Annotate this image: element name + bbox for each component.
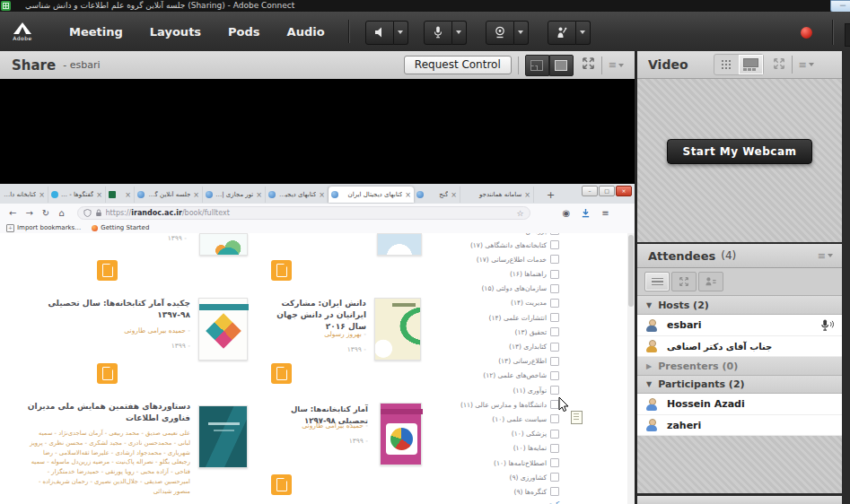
participants-section-header[interactable]: ▼ Participants (2) [637,376,842,394]
browser-maximize-button[interactable]: ▢ [599,186,615,196]
attendee-row[interactable]: جناب آقای دکتر اصنافی [637,336,842,357]
hosts-section-header[interactable]: ▼ Hosts (2) [637,296,842,315]
grid-view-button[interactable] [714,55,739,74]
reload-icon[interactable]: ↻ [42,208,49,218]
browser-tab-active[interactable]: کتابهای دیجیتال ایران × [329,187,414,203]
category-checkbox[interactable] [550,313,559,322]
book-cover[interactable] [198,298,248,361]
browser-close-button[interactable]: × [616,186,632,196]
book-author[interactable]: حمیده بیرامی طارونی [259,421,368,430]
pdf-download-icon[interactable] [97,260,118,281]
category-item[interactable]: کتابداری (۱۳) [446,343,559,352]
bookmark-star-icon[interactable]: ☆ [516,209,523,218]
status-dropdown[interactable] [576,21,591,45]
menu-pods[interactable]: Pods [228,25,260,39]
category-item[interactable]: اطلاع‌رسانی (۱۳) [446,357,559,366]
import-bookmarks-link[interactable]: Import bookmarks… [17,224,81,231]
category-item[interactable]: اصطلاح‌نامه‌ها (۱۰) [446,458,559,467]
category-checkbox[interactable] [550,357,559,366]
tab-close-icon[interactable]: × [96,191,102,199]
breakout-view-button[interactable] [671,272,697,291]
category-checkbox[interactable] [550,270,559,279]
pdf-download-icon[interactable] [271,260,292,281]
category-checkbox[interactable] [550,343,559,352]
category-checkbox[interactable] [550,284,559,293]
book-cover[interactable] [198,405,248,468]
menu-audio[interactable]: Audio [287,25,325,39]
tab-close-icon[interactable]: × [125,191,131,199]
forward-icon[interactable]: → [25,208,32,218]
back-icon[interactable]: ← [9,208,16,218]
category-item[interactable]: کتابخانه‌های دانشگاهی (۱۷) [446,240,559,249]
category-checkbox[interactable] [550,371,559,380]
browser-tab[interactable]: گنج × [414,187,460,203]
category-checkbox[interactable] [550,386,559,395]
tab-close-icon[interactable]: × [256,191,262,199]
book-author[interactable]: بهروز رسولی [259,330,366,339]
category-checkbox[interactable] [550,233,559,235]
share-view-toggle-windowed[interactable] [525,55,549,76]
attendee-row[interactable]: zaheri [637,415,842,436]
book-authors[interactable]: علی نعیمی صدیق - محمد ربیعی - آرمان ساجد… [27,429,190,504]
share-pod-menu-button[interactable]: ≡ [609,59,624,71]
category-item[interactable]: خدمات اطلاع‌رسانی (۱۷) [446,255,559,264]
category-item[interactable]: پژوهش [446,233,559,235]
share-fullscreen-button[interactable] [582,56,595,74]
category-item[interactable]: راهنماها (۱۶) [446,270,559,279]
filmstrip-view-button[interactable] [739,55,763,74]
attendees-pod-menu-button[interactable]: ≡ [818,250,833,262]
category-checkbox[interactable] [550,255,559,264]
start-my-webcam-button[interactable]: Start My Webcam [667,139,811,164]
speaker-dropdown[interactable] [394,21,408,45]
pdf-download-icon[interactable] [271,474,292,495]
video-fullscreen-button[interactable] [773,56,785,74]
pdf-download-icon[interactable] [97,363,118,384]
microphone-button[interactable] [424,21,452,45]
video-pod-menu-button[interactable]: ≡ [799,59,814,71]
os-minimize-button[interactable]: — [830,0,850,13]
book-title[interactable]: چکیده آمار کتابخانه‌ها: سال تحصیلی ۹۸-۱۳… [27,298,190,321]
category-item[interactable]: دانشگاه‌ها و مدارس عالی (۱۱) [446,400,559,409]
attendee-row[interactable]: esbari [637,315,842,336]
menu-meeting[interactable]: Meeting [69,25,123,39]
home-icon[interactable]: ⌂ [58,208,64,218]
pdf-download-icon[interactable] [271,363,292,384]
category-item[interactable]: نوآوری (۱۱) [446,386,559,395]
tab-close-icon[interactable]: × [193,191,199,199]
category-item[interactable]: تحقیق (۱۳) [446,327,559,336]
category-item[interactable]: شاخص‌های علمی (۱۲) [446,371,559,380]
request-control-button[interactable]: Request Control [404,56,512,74]
show-less-link[interactable]: کمتر [446,500,559,504]
browser-tab[interactable]: × [106,187,135,203]
attendee-status-view-button[interactable] [698,272,723,291]
getting-started-link[interactable]: Getting Started [101,224,149,231]
tab-close-icon[interactable]: × [39,191,45,199]
category-checkbox[interactable] [550,299,559,308]
browser-tab[interactable]: کتابخانه دانشگاه شهید بهشتی × [0,187,48,203]
book-title[interactable]: دانش ایران: مشارکت ایرانیان در دانش جهان… [259,298,366,333]
category-checkbox[interactable] [550,240,559,249]
category-checkbox[interactable] [550,473,559,482]
browser-tab[interactable]: کتابهای دیجیتال ایران × [266,187,329,203]
extension-icon[interactable]: ◉ [563,208,571,218]
category-item[interactable]: سیاست علمی (۱۰) [446,414,559,423]
attendee-row[interactable]: Hossein Azadi [637,394,842,415]
category-checkbox[interactable] [550,327,559,336]
download-icon[interactable] [581,208,591,218]
category-item[interactable]: نمایه‌ها (۱۰) [446,444,559,453]
browser-tab[interactable]: سامانه همانندجو × [460,187,534,203]
book-cover[interactable] [374,298,421,361]
book-cover[interactable] [377,233,422,256]
share-view-toggle-filled[interactable] [549,55,574,76]
url-bar[interactable]: https://irandoc.ac.ir/book/fulltext ☆ [77,206,530,220]
webcam-dropdown[interactable] [514,21,529,45]
tab-close-icon[interactable]: × [451,191,457,199]
scrollbar-thumb[interactable] [628,235,634,307]
book-title[interactable]: دستاوردهای هفتمین همایش ملی مدیران فناور… [27,401,190,424]
category-checkbox[interactable] [550,487,559,496]
category-checkbox[interactable] [550,430,559,439]
browser-minimize-button[interactable]: – [582,186,598,196]
menu-layouts[interactable]: Layouts [150,25,201,39]
category-item[interactable]: انتشارات علمی (۱۴) [446,313,559,322]
browser-tab[interactable]: تور مجازی | پژوهشگاه × [203,187,266,203]
